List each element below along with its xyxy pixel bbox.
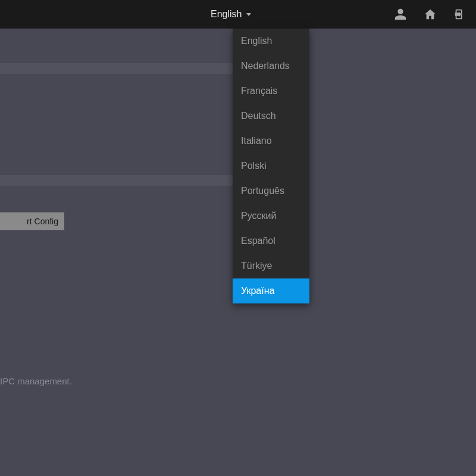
language-option-label: Türkiye [241,261,272,271]
language-option-english[interactable]: English [233,29,309,54]
language-option-deutsch[interactable]: Deutsch [233,104,309,129]
language-option-label: Nederlands [241,61,290,71]
footer-text-label: IPC management. [0,376,72,386]
logout-icon[interactable] [453,8,466,21]
user-icon[interactable] [394,8,407,21]
language-dropdown: English Nederlands Français Deutsch Ital… [233,29,309,303]
language-option-italiano[interactable]: Italiano [233,129,309,154]
language-option-label: Україна [241,286,274,296]
language-option-label: Deutsch [241,111,276,121]
language-option-nederlands[interactable]: Nederlands [233,54,309,79]
language-option-label: Italiano [241,136,272,146]
footer-text: IPC management. [0,376,72,386]
language-option-label: Português [241,186,284,196]
panel-header-band [0,175,234,186]
language-option-label: Русский [241,211,276,221]
language-current-label: English [211,9,242,20]
language-option-ukraine[interactable]: Україна [233,278,309,303]
language-option-polski[interactable]: Polski [233,154,309,178]
language-option-russian[interactable]: Русский [233,203,309,228]
home-icon[interactable] [424,8,437,21]
language-option-portugues[interactable]: Português [233,178,309,203]
export-config-label: rt Config [27,217,58,226]
panel-header-band [0,63,234,74]
language-option-label: Français [241,86,277,96]
language-selector[interactable]: English [211,9,251,20]
topbar: English [0,0,476,29]
chevron-down-icon [246,13,251,16]
export-config-button[interactable]: rt Config [0,212,64,230]
language-option-francais[interactable]: Français [233,79,309,104]
language-option-turkiye[interactable]: Türkiye [233,253,309,278]
language-option-espanol[interactable]: Español [233,228,309,253]
language-option-label: English [241,36,272,46]
language-option-label: Español [241,236,275,246]
language-option-label: Polski [241,161,267,171]
topbar-icons [394,8,466,21]
